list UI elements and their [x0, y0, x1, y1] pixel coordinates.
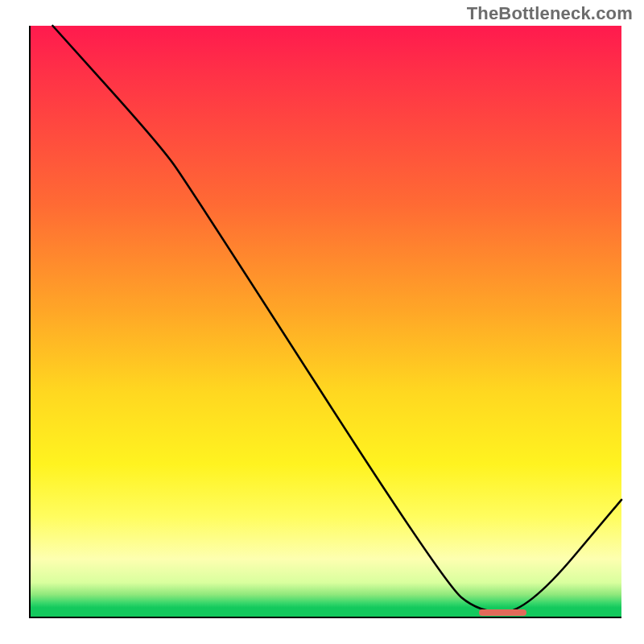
chart-frame: TheBottleneck.com [0, 0, 644, 644]
bottleneck-curve [29, 26, 621, 618]
x-axis [29, 617, 621, 618]
plot-area [29, 26, 621, 618]
optimal-range-marker [479, 609, 526, 616]
watermark-text: TheBottleneck.com [467, 3, 633, 24]
y-axis [29, 26, 31, 618]
